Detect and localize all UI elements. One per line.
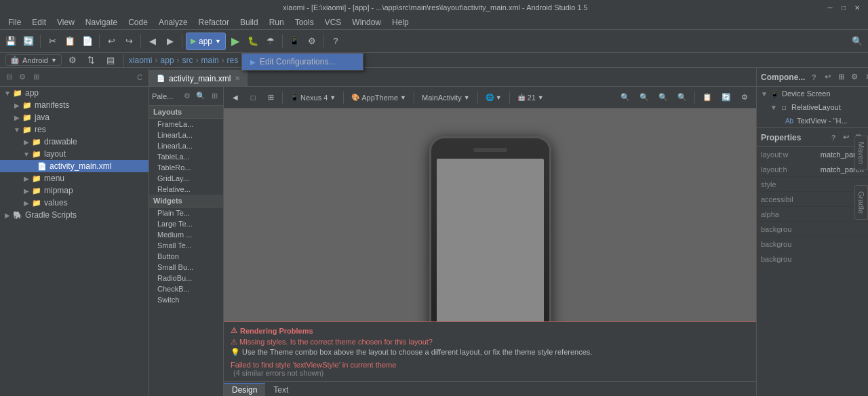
breadcrumb-sync[interactable]: ⇅: [83, 52, 100, 69]
canvas-settings-btn[interactable]: ⚙: [737, 90, 752, 106]
toolbar-coverage[interactable]: ☂: [262, 33, 279, 50]
menu-code[interactable]: Code: [123, 16, 153, 28]
zoom-fit-btn[interactable]: 🔍: [655, 90, 671, 106]
menu-view[interactable]: View: [52, 16, 80, 28]
toolbar-debug[interactable]: 🐛: [245, 33, 261, 50]
tree-item-java[interactable]: ▶ 📁 java: [0, 111, 149, 123]
tree-item-gradle[interactable]: ▶ 🐘 Gradle Scripts: [0, 209, 149, 221]
tree-item-drawable[interactable]: ▶ 📁 drawable: [0, 136, 149, 148]
refresh-btn[interactable]: 🔄: [718, 90, 734, 106]
breadcrumb-item-src[interactable]: src: [182, 56, 193, 65]
canvas-area[interactable]: ⚠ Rendering Problems ⚠ Missing styles. I…: [224, 108, 756, 381]
menu-vcs[interactable]: VCS: [319, 16, 347, 28]
comp-item-device-screen[interactable]: ▼ 📱 Device Screen: [757, 87, 868, 100]
breadcrumb-item-res[interactable]: res: [227, 56, 239, 65]
locale-dropdown[interactable]: ▼: [496, 94, 502, 101]
menu-file[interactable]: File: [3, 16, 26, 28]
zoom-minus-btn[interactable]: 🔍: [617, 90, 633, 106]
toolbar-redo[interactable]: ↪: [121, 33, 137, 50]
tab-close-btn[interactable]: ✕: [235, 75, 240, 82]
toolbar-paste[interactable]: 📄: [79, 33, 96, 50]
palette-item-linearlayout-v[interactable]: LinearLa...: [149, 140, 223, 151]
toolbar-copy[interactable]: 📋: [62, 33, 78, 50]
dropdown-edit-configs[interactable]: ▶ Edit Configurations...: [242, 54, 363, 70]
breadcrumb-expand[interactable]: ▤: [102, 52, 119, 69]
menu-analyze[interactable]: Analyze: [153, 16, 193, 28]
tree-item-values[interactable]: ▶ 📁 values: [0, 197, 149, 209]
menu-refactor[interactable]: Refactor: [193, 16, 235, 28]
palette-item-plaintext[interactable]: Plain Te...: [149, 207, 223, 218]
android-scope[interactable]: 🤖 Android ▼: [5, 54, 62, 66]
menu-tools[interactable]: Tools: [290, 16, 319, 28]
window-controls[interactable]: ─ □ ✕: [825, 2, 863, 13]
comp-item-relativelayout[interactable]: ▼ □ RelativeLayout: [757, 100, 868, 114]
xml-view-btn[interactable]: 📋: [699, 90, 715, 106]
toolbar-sdk[interactable]: ⚙: [304, 33, 320, 50]
palette-item-smalltext[interactable]: Small Te...: [149, 240, 223, 251]
tree-item-mipmap[interactable]: ▶ 📁 mipmap: [0, 184, 149, 197]
palette-item-tablerow[interactable]: TableRo...: [149, 162, 223, 173]
palette-item-switch[interactable]: Switch: [149, 294, 223, 305]
theme-dropdown[interactable]: ▼: [400, 94, 406, 101]
comp-close-btn[interactable]: ✕: [862, 71, 868, 83]
palette-item-framelayout[interactable]: FrameLa...: [149, 119, 223, 130]
palette-item-smallbutton[interactable]: Small Bu...: [149, 262, 223, 273]
tree-item-layout[interactable]: ▼ 📁 layout: [0, 148, 149, 160]
toolbar-undo[interactable]: ↩: [103, 33, 119, 50]
prop-undo-btn[interactable]: ↩: [840, 132, 852, 144]
toolbar-sync[interactable]: 🔄: [20, 33, 37, 50]
breadcrumb-item-main[interactable]: main: [201, 56, 219, 65]
run-config-dropdown[interactable]: ▼: [215, 38, 221, 45]
theme-btn[interactable]: 🎨 AppTheme ▼: [348, 90, 410, 106]
tree-item-res[interactable]: ▼ 📁 res: [0, 123, 149, 136]
comp-item-textview[interactable]: Ab TextView - "H...: [757, 114, 868, 127]
palette-more-btn[interactable]: ⊞: [208, 90, 220, 102]
tab-text[interactable]: Text: [265, 383, 296, 396]
tree-item-menu[interactable]: ▶ 📁 menu: [0, 172, 149, 184]
toolbar-run[interactable]: ▶: [227, 33, 243, 50]
tree-filter-btn[interactable]: ⊞: [30, 71, 42, 83]
api-btn[interactable]: 🤖 21 ▼: [514, 90, 547, 106]
tab-design[interactable]: Design: [224, 383, 265, 396]
locale-btn[interactable]: 🌐 ▼: [482, 90, 505, 106]
palette-item-linearlayout-h[interactable]: LinearLa...: [149, 130, 223, 140]
prop-help-btn[interactable]: ?: [827, 132, 840, 144]
breadcrumb-item-app[interactable]: app: [161, 56, 174, 65]
zoom-plus-btn[interactable]: 🔍: [636, 90, 652, 106]
design-btn-zoom-out-small[interactable]: ◀: [228, 90, 243, 106]
palette-settings-btn[interactable]: ⚙: [181, 90, 193, 102]
palette-item-mediumtext[interactable]: Medium ...: [149, 229, 223, 240]
toolbar-help[interactable]: ?: [328, 33, 344, 50]
breadcrumb-settings[interactable]: ⚙: [64, 52, 81, 69]
tree-item-manifests[interactable]: ▶ 📁 manifests: [0, 99, 149, 111]
menu-help[interactable]: Help: [387, 16, 414, 28]
tree-settings-btn[interactable]: ⚙: [16, 71, 28, 83]
android-dropdown[interactable]: ▼: [51, 57, 57, 64]
palette-item-radiobutton[interactable]: RadioBu...: [149, 273, 223, 283]
tree-item-activity-main[interactable]: 📄 activity_main.xml: [0, 160, 149, 172]
palette-item-tablelayout[interactable]: TableLa...: [149, 151, 223, 162]
tree-close-btn[interactable]: C: [134, 71, 146, 83]
editor-tab-activity-main[interactable]: 📄 activity_main.xml ✕: [149, 70, 248, 86]
zoom-actual-btn[interactable]: 🔍: [674, 90, 690, 106]
palette-item-button[interactable]: Button: [149, 251, 223, 262]
comp-settings-btn[interactable]: ⚙: [848, 71, 861, 83]
activity-btn[interactable]: MainActivity ▼: [418, 90, 473, 106]
menu-window[interactable]: Window: [347, 16, 387, 28]
comp-filter-btn[interactable]: ⊞: [835, 71, 847, 83]
toolbar-save[interactable]: 💾: [3, 33, 19, 50]
tree-item-app[interactable]: ▼ 📁 app: [0, 87, 149, 99]
run-config-combo[interactable]: ▶ app ▼: [186, 33, 226, 50]
nexus-device-btn[interactable]: 📱 Nexus 4 ▼: [287, 90, 339, 106]
activity-dropdown[interactable]: ▼: [464, 94, 470, 101]
toolbar-forward[interactable]: ▶: [162, 33, 178, 50]
menu-run[interactable]: Run: [264, 16, 290, 28]
toolbar-cut[interactable]: ✂: [44, 33, 60, 50]
close-button[interactable]: ✕: [852, 2, 863, 13]
design-btn-zoom-fit[interactable]: ⊞: [263, 90, 278, 106]
palette-section-widgets[interactable]: Widgets: [149, 195, 223, 207]
menu-build[interactable]: Build: [235, 16, 264, 28]
toolbar-avd[interactable]: 📱: [286, 33, 302, 50]
maven-tab[interactable]: Maven: [854, 136, 868, 170]
tree-collapse-btn[interactable]: ⊟: [3, 71, 15, 83]
